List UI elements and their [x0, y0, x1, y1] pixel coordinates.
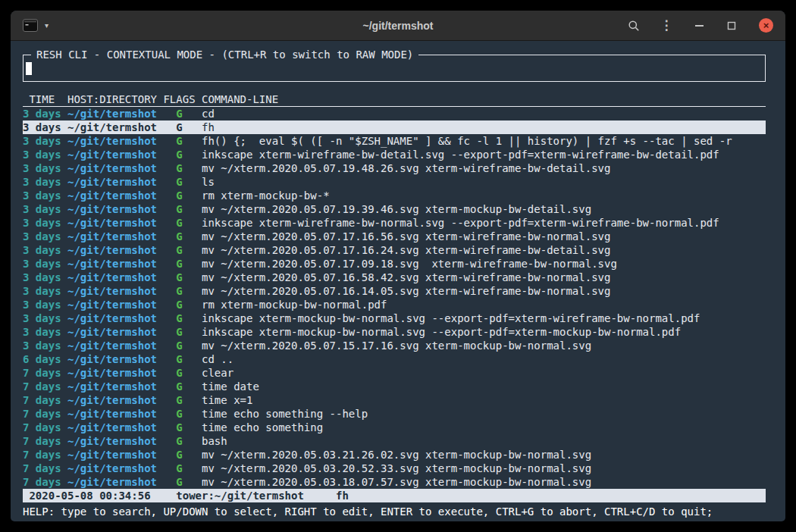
- minimize-icon[interactable]: [692, 19, 706, 33]
- history-row[interactable]: 7 days~/git/termshotGtime date: [23, 380, 766, 393]
- row-host-directory: ~/git/termshot: [67, 257, 163, 271]
- row-host-directory: ~/git/termshot: [67, 393, 163, 407]
- row-time: 3 days: [23, 107, 67, 120]
- row-flags: G: [163, 202, 202, 216]
- row-flags: G: [163, 134, 202, 148]
- history-row[interactable]: 3 days~/git/termshotGfh: [23, 120, 766, 134]
- row-command: time x=1: [202, 393, 766, 407]
- titlebar[interactable]: ▾ ~/git/termshot ⋮ ×: [11, 11, 785, 41]
- row-command: cd: [202, 107, 766, 120]
- row-time: 3 days: [23, 271, 67, 284]
- row-flags: G: [163, 421, 202, 434]
- row-host-directory: ~/git/termshot: [67, 120, 163, 134]
- history-row[interactable]: 3 days~/git/termshotGmv ~/xterm.2020.05.…: [23, 243, 766, 257]
- history-row[interactable]: 3 days~/git/termshotGmv ~/xterm.2020.05.…: [23, 230, 766, 243]
- row-time: 3 days: [23, 216, 67, 230]
- row-host-directory: ~/git/termshot: [67, 475, 163, 489]
- history-row[interactable]: 3 days~/git/termshotGrm xterm-mockup-bw-…: [23, 298, 766, 311]
- history-row[interactable]: 7 days~/git/termshotGclear: [23, 366, 766, 380]
- row-flags: G: [163, 257, 202, 271]
- row-flags: G: [163, 339, 202, 352]
- row-command: mv ~/xterm.2020.05.07.16.14.05.svg xterm…: [202, 284, 766, 298]
- row-host-directory: ~/git/termshot: [67, 407, 163, 421]
- row-flags: G: [163, 407, 202, 421]
- terminal-app-icon[interactable]: [23, 19, 38, 32]
- row-host-directory: ~/git/termshot: [67, 202, 163, 216]
- row-flags: G: [163, 393, 202, 407]
- row-time: 7 days: [23, 448, 67, 462]
- row-command: mv ~/xterm.2020.05.07.19.39.46.svg xterm…: [202, 202, 766, 216]
- history-row[interactable]: 7 days~/git/termshotGtime x=1: [23, 393, 766, 407]
- row-flags: G: [163, 434, 202, 448]
- row-flags: G: [163, 325, 202, 339]
- row-flags: G: [163, 175, 202, 189]
- restore-icon[interactable]: [725, 19, 738, 33]
- help-line: HELP: type to search, UP/DOWN to select,…: [23, 505, 766, 518]
- row-flags: G: [163, 120, 202, 134]
- history-row[interactable]: 6 days~/git/termshotGcd ..: [23, 352, 766, 366]
- history-row[interactable]: 3 days~/git/termshotGmv ~/xterm.2020.05.…: [23, 161, 766, 175]
- history-row[interactable]: 3 days~/git/termshotGls: [23, 175, 766, 189]
- history-row[interactable]: 3 days~/git/termshotGinkscape xterm-wire…: [23, 216, 766, 230]
- row-command: mv ~/xterm.2020.05.07.19.48.26.svg xterm…: [202, 161, 766, 175]
- history-row[interactable]: 7 days~/git/termshotGbash: [23, 434, 766, 448]
- history-row[interactable]: 3 days~/git/termshotGinkscape xterm-mock…: [23, 325, 766, 339]
- history-row[interactable]: 7 days~/git/termshotGtime echo something: [23, 421, 766, 434]
- row-host-directory: ~/git/termshot: [67, 107, 163, 120]
- text-cursor: [26, 62, 32, 75]
- row-flags: G: [163, 475, 202, 489]
- row-command: mv ~/xterm.2020.05.07.15.17.16.svg xterm…: [202, 339, 766, 352]
- row-command: mv ~/xterm.2020.05.07.17.16.24.svg xterm…: [202, 243, 766, 257]
- row-host-directory: ~/git/termshot: [67, 271, 163, 284]
- history-row[interactable]: 3 days~/git/termshotGmv ~/xterm.2020.05.…: [23, 271, 766, 284]
- row-time: 3 days: [23, 243, 67, 257]
- col-header-host-directory: HOST:DIRECTORY: [67, 92, 163, 106]
- row-host-directory: ~/git/termshot: [67, 284, 163, 298]
- history-row[interactable]: 3 days~/git/termshotGfh() {; eval $( ([ …: [23, 134, 766, 148]
- history-row[interactable]: 7 days~/git/termshotGmv ~/xterm.2020.05.…: [23, 448, 766, 462]
- row-host-directory: ~/git/termshot: [67, 134, 163, 148]
- row-host-directory: ~/git/termshot: [67, 311, 163, 325]
- row-command: time echo something --help: [202, 407, 766, 421]
- row-host-directory: ~/git/termshot: [67, 243, 163, 257]
- profile-dropdown-caret-icon[interactable]: ▾: [45, 22, 49, 30]
- menu-kebab-icon[interactable]: ⋮: [660, 19, 673, 33]
- row-time: 7 days: [23, 407, 67, 421]
- history-row[interactable]: 3 days~/git/termshotGrm xterm-mockup-bw-…: [23, 189, 766, 202]
- row-host-directory: ~/git/termshot: [67, 448, 163, 462]
- row-host-directory: ~/git/termshot: [67, 352, 163, 366]
- history-row[interactable]: 3 days~/git/termshotGmv ~/xterm.2020.05.…: [23, 202, 766, 216]
- history-row[interactable]: 3 days~/git/termshotGmv ~/xterm.2020.05.…: [23, 339, 766, 352]
- row-command: mv ~/xterm.2020.05.07.17.09.18.svg xterm…: [202, 257, 766, 271]
- row-flags: G: [163, 284, 202, 298]
- history-row[interactable]: 3 days~/git/termshotGinkscape xterm-wire…: [23, 148, 766, 161]
- row-command: inkscape xterm-mockup-bw-normal.svg --ex…: [202, 325, 766, 339]
- col-header-command-line: COMMAND-LINE: [202, 92, 766, 106]
- row-flags: G: [163, 189, 202, 202]
- row-flags: G: [163, 216, 202, 230]
- history-row[interactable]: 3 days~/git/termshotGcd: [23, 107, 766, 120]
- row-command: mv ~/xterm.2020.05.07.16.58.42.svg xterm…: [202, 271, 766, 284]
- history-header: TIME HOST:DIRECTORY FLAGS COMMAND-LINE: [23, 92, 766, 107]
- terminal-content[interactable]: RESH CLI - CONTEXTUAL MODE - (CTRL+R to …: [11, 41, 785, 521]
- row-host-directory: ~/git/termshot: [67, 339, 163, 352]
- row-host-directory: ~/git/termshot: [67, 366, 163, 380]
- history-row[interactable]: 7 days~/git/termshotGmv ~/xterm.2020.05.…: [23, 475, 766, 489]
- search-icon[interactable]: [627, 19, 641, 33]
- history-row[interactable]: 7 days~/git/termshotGmv ~/xterm.2020.05.…: [23, 462, 766, 475]
- row-command: fh: [202, 120, 766, 134]
- history-row[interactable]: 3 days~/git/termshotGinkscape xterm-mock…: [23, 311, 766, 325]
- row-command: mv ~/xterm.2020.05.03.18.07.57.svg xterm…: [202, 475, 766, 489]
- row-time: 3 days: [23, 189, 67, 202]
- row-flags: G: [163, 448, 202, 462]
- minimize-dash: [695, 25, 704, 27]
- close-button[interactable]: ×: [759, 18, 773, 33]
- history-row[interactable]: 3 days~/git/termshotGmv ~/xterm.2020.05.…: [23, 284, 766, 298]
- row-command: inkscape xterm-wireframe-bw-detail.svg -…: [202, 148, 766, 161]
- row-host-directory: ~/git/termshot: [67, 230, 163, 243]
- resh-search-input[interactable]: RESH CLI - CONTEXTUAL MODE - (CTRL+R to …: [23, 55, 766, 82]
- history-row[interactable]: 3 days~/git/termshotGmv ~/xterm.2020.05.…: [23, 257, 766, 271]
- row-command: time date: [202, 380, 766, 393]
- history-row[interactable]: 7 days~/git/termshotGtime echo something…: [23, 407, 766, 421]
- row-flags: G: [163, 148, 202, 161]
